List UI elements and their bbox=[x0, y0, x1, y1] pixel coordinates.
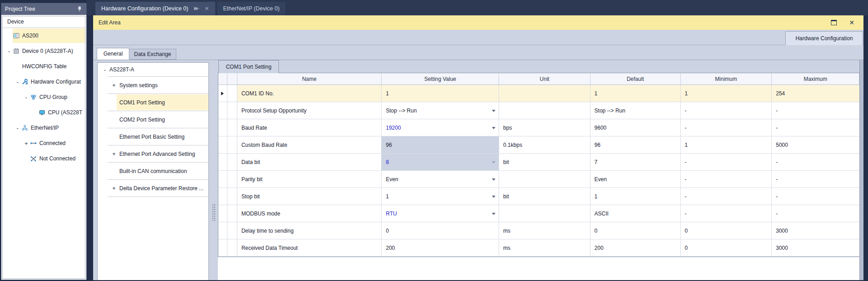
expand-marker[interactable]: + bbox=[111, 82, 117, 89]
expand-marker[interactable]: + bbox=[111, 185, 117, 192]
project-tree-panel: Project Tree Device -AS200-Device 0 (AS2… bbox=[1, 3, 87, 280]
cell-setting-value[interactable]: 1 bbox=[382, 85, 499, 102]
dropdown-arrow-icon[interactable] bbox=[492, 161, 495, 164]
dropdown-arrow-icon[interactable] bbox=[492, 213, 495, 215]
settings-item-surface[interactable]: Delta Device Parameter Restore ... bbox=[117, 180, 208, 196]
column-header-unit[interactable]: Unit bbox=[499, 73, 590, 84]
project-tree-item[interactable]: -HWCONFIG Table bbox=[3, 59, 85, 74]
close-window-icon[interactable]: ✕ bbox=[849, 19, 854, 26]
dropdown-arrow-icon[interactable] bbox=[492, 178, 495, 181]
project-tree-item[interactable]: -Device 0 (AS228T-A) bbox=[3, 43, 85, 59]
table-row[interactable]: Data bit8bit7-- bbox=[218, 154, 859, 171]
cell-setting-value[interactable]: RTU bbox=[382, 205, 499, 222]
hardware-configuration-tab[interactable]: Hardware Configuration bbox=[785, 31, 863, 45]
dropdown-arrow-icon[interactable] bbox=[492, 110, 495, 112]
settings-tree-item[interactable]: +COM1 Port Setting bbox=[98, 94, 208, 111]
settings-item-surface[interactable]: COM1 Port Setting bbox=[117, 94, 208, 110]
dropdown-arrow-icon[interactable] bbox=[492, 127, 495, 129]
table-row[interactable]: COM1 ID No.111254 bbox=[218, 85, 859, 102]
settings-tree-item[interactable]: +COM2 Port Setting bbox=[98, 111, 208, 128]
collapse-marker[interactable]: - bbox=[24, 94, 29, 101]
cell-setting-value[interactable]: 1 bbox=[382, 188, 499, 205]
tree-item-label: COM2 Port Setting bbox=[119, 117, 165, 123]
device-section-header[interactable]: Device bbox=[3, 16, 85, 28]
cell-maximum-text: - bbox=[776, 159, 778, 165]
column-header-maximum[interactable]: Maximum bbox=[772, 73, 859, 84]
cell-maximum: - bbox=[772, 205, 859, 222]
cell-default-text: Even bbox=[594, 176, 607, 183]
column-header-default[interactable]: Default bbox=[590, 73, 681, 84]
pin-panel-icon[interactable] bbox=[76, 6, 83, 12]
settings-item-surface[interactable]: System settings bbox=[117, 77, 208, 93]
cell-setting-value[interactable]: 96 bbox=[382, 136, 499, 153]
panel-splitter[interactable] bbox=[209, 62, 218, 280]
tab-hardware-configuration[interactable]: Hardware Configuration (Device 0) ✕ bbox=[95, 2, 215, 15]
collapse-marker[interactable]: - bbox=[15, 125, 20, 131]
table-row[interactable]: Received Data Timeout200ms20003000 bbox=[218, 239, 859, 257]
settings-tree-item[interactable]: +System settings bbox=[98, 77, 208, 94]
settings-item-surface[interactable]: Ethernet Port Basic Setting bbox=[117, 129, 208, 145]
project-tree-item[interactable]: -EtherNet/IP bbox=[3, 120, 85, 136]
column-header-minimum[interactable]: Minimum bbox=[681, 73, 772, 84]
cell-name: COM1 ID No. bbox=[237, 85, 382, 102]
cell-name-text: Baud Rate bbox=[241, 125, 267, 131]
hwconfig-app-window: Hardware Configuration (Device 0) ✕ Ethe… bbox=[0, 0, 868, 281]
collapse-marker[interactable]: - bbox=[102, 66, 108, 73]
close-icon[interactable]: ✕ bbox=[204, 6, 209, 11]
collapse-marker[interactable]: - bbox=[15, 79, 20, 85]
cell-name-text: Parity bit bbox=[241, 176, 263, 183]
project-tree-item[interactable]: -CPU Group bbox=[3, 89, 85, 105]
cell-setting-value[interactable]: 0 bbox=[382, 222, 499, 239]
column-header-setting-value[interactable]: Setting Value bbox=[382, 73, 499, 84]
project-tree-item[interactable]: -Not Connected bbox=[3, 151, 85, 166]
expand-marker[interactable]: + bbox=[24, 140, 29, 147]
settings-item-surface[interactable]: COM2 Port Setting bbox=[117, 112, 208, 127]
vertical-scrollbar[interactable] bbox=[859, 60, 863, 280]
gears-icon bbox=[30, 94, 37, 101]
cell-setting-value[interactable]: Stop --> Run bbox=[382, 102, 499, 119]
tab-ethernet-ip[interactable]: EtherNet/IP (Device 0) bbox=[217, 2, 286, 15]
collapse-marker[interactable]: - bbox=[6, 48, 12, 55]
cell-setting-value[interactable]: 200 bbox=[382, 239, 499, 256]
row-indicator-cell bbox=[218, 188, 227, 205]
cell-setting-value-text: RTU bbox=[386, 211, 396, 217]
cell-setting-value[interactable]: 19200 bbox=[382, 119, 499, 136]
table-row[interactable]: Protocol Setup OpportunityStop --> RunSt… bbox=[218, 102, 859, 119]
settings-tree-root[interactable]: - AS228T-A bbox=[98, 63, 208, 76]
settings-tree-item[interactable]: +Built-in CAN communication bbox=[98, 163, 208, 179]
table-row[interactable]: Stop bit1bit1-- bbox=[218, 188, 859, 205]
settings-tree-item[interactable]: +Delta Device Parameter Restore ... bbox=[98, 180, 208, 197]
tree-item-label: COM1 Port Setting bbox=[119, 99, 165, 106]
expand-marker[interactable]: + bbox=[111, 150, 117, 157]
table-row[interactable]: Delay time to sending0ms003000 bbox=[218, 222, 859, 239]
table-row[interactable]: Parity bitEvenEven-- bbox=[218, 171, 859, 188]
cell-maximum: 3000 bbox=[772, 239, 859, 256]
edit-area-titlebar: Edit Area ✕ bbox=[93, 15, 863, 30]
project-tree-item[interactable]: -AS200 bbox=[3, 28, 85, 43]
tab-com1-port-setting[interactable]: COM1 Port Setting bbox=[218, 60, 279, 73]
cell-setting-value-text: 1 bbox=[386, 193, 389, 200]
table-row[interactable]: MODBUS modeRTUASCII-- bbox=[218, 205, 859, 222]
plc-module-icon bbox=[13, 32, 20, 39]
pin-icon[interactable] bbox=[193, 5, 200, 12]
maximize-icon[interactable] bbox=[831, 20, 837, 25]
dropdown-arrow-icon[interactable] bbox=[492, 196, 495, 198]
cell-setting-value[interactable]: Even bbox=[382, 171, 499, 187]
settings-tree-item[interactable]: +Ethernet Port Advanced Setting bbox=[98, 145, 208, 162]
project-tree-item[interactable]: -CPU (AS228T bbox=[3, 105, 85, 120]
cell-name: Baud Rate bbox=[237, 119, 382, 136]
tab-general[interactable]: General bbox=[97, 48, 129, 60]
table-row[interactable]: Custom Baud Rate960.1kbps9615000 bbox=[218, 136, 859, 154]
project-tree-item[interactable]: +Connected bbox=[3, 136, 85, 151]
cell-name: Data bit bbox=[237, 154, 382, 170]
settings-item-surface[interactable]: Ethernet Port Advanced Setting bbox=[117, 146, 208, 162]
cell-unit bbox=[499, 171, 590, 187]
tab-data-exchange[interactable]: Data Exchange bbox=[129, 49, 176, 60]
splitter-grip-icon[interactable] bbox=[212, 204, 216, 221]
cell-setting-value[interactable]: 8 bbox=[382, 154, 499, 170]
settings-item-surface[interactable]: Built-in CAN communication bbox=[117, 163, 208, 179]
project-tree-item[interactable]: -Hardware Configurat bbox=[3, 74, 85, 89]
table-row[interactable]: Baud Rate19200bps9600-- bbox=[218, 119, 859, 136]
settings-tree-item[interactable]: +Ethernet Port Basic Setting bbox=[98, 128, 208, 145]
column-header-name[interactable]: Name bbox=[237, 73, 382, 84]
